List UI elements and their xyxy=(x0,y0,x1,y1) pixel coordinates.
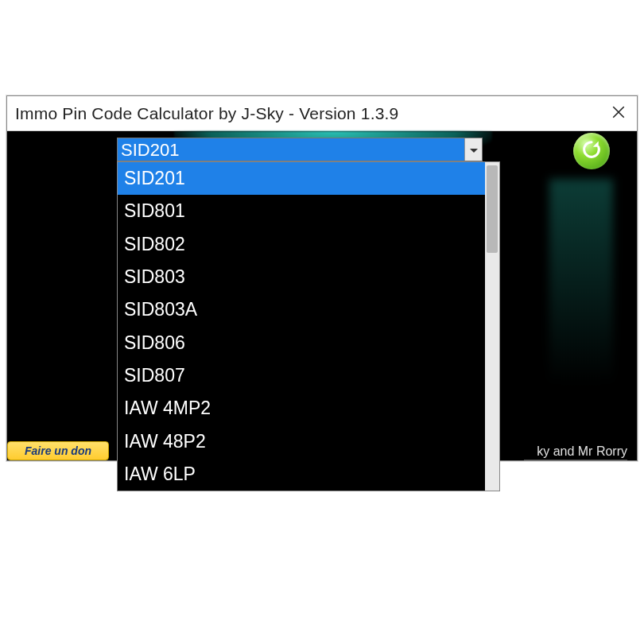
donate-button[interactable]: Faire un don xyxy=(7,441,109,460)
dropdown-option[interactable]: IAW 48P2 xyxy=(118,425,485,458)
app-window: Immo Pin Code Calculator by J-Sky - Vers… xyxy=(6,95,638,461)
ecu-select-combobox[interactable]: SID201 xyxy=(117,138,483,161)
close-icon xyxy=(611,103,626,123)
dropdown-option[interactable]: IAW 4MP2 xyxy=(118,392,485,425)
dropdown-items-container: SID201SID801SID802SID803SID803ASID806SID… xyxy=(118,162,485,491)
dropdown-option[interactable]: SID806 xyxy=(118,327,485,359)
ecu-dropdown-list[interactable]: SID201SID801SID802SID803SID803ASID806SID… xyxy=(117,161,500,491)
dropdown-option[interactable]: SID201 xyxy=(118,162,485,195)
dropdown-option[interactable]: SID801 xyxy=(118,195,485,227)
background-glow xyxy=(549,179,613,386)
combobox-selected-value: SID201 xyxy=(118,138,464,161)
dropdown-option[interactable]: SID803 xyxy=(118,261,485,293)
dropdown-option[interactable]: IAW 6LP xyxy=(118,458,485,491)
refresh-button[interactable] xyxy=(573,133,610,169)
dropdown-option[interactable]: SID807 xyxy=(118,359,485,392)
refresh-icon xyxy=(580,138,603,164)
credits-underline xyxy=(524,460,627,460)
combobox-arrow[interactable] xyxy=(464,138,482,161)
credits-text: ky and Mr Rorry xyxy=(537,444,627,459)
dropdown-option[interactable]: SID803A xyxy=(118,293,485,326)
donate-label: Faire un don xyxy=(25,444,91,457)
chevron-down-icon xyxy=(470,142,478,157)
title-bar: Immo Pin Code Calculator by J-Sky - Vers… xyxy=(7,96,637,131)
dropdown-option[interactable]: SID802 xyxy=(118,228,485,261)
close-button[interactable] xyxy=(594,103,626,124)
window-title: Immo Pin Code Calculator by J-Sky - Vers… xyxy=(15,104,399,123)
scrollbar-thumb[interactable] xyxy=(487,165,498,253)
client-area: SID201 SID201SID801SID802SID803SID803ASI… xyxy=(7,131,637,460)
dropdown-scrollbar[interactable] xyxy=(485,162,499,491)
